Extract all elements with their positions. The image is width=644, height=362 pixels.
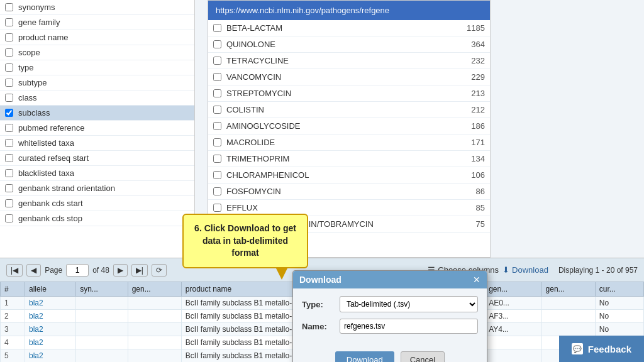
download-dialog: Download ✕ Type: Tab-delimited (.tsv) CS… [292,270,487,362]
name-label: Name: [302,322,340,331]
type-row: Type: Tab-delimited (.tsv) CSV (.csv) [302,296,478,312]
type-select[interactable]: Tab-delimited (.tsv) CSV (.csv) [340,296,478,312]
dialog-body: Type: Tab-delimited (.tsv) CSV (.csv) Na… [293,288,487,348]
dialog-cancel-button[interactable]: Cancel [401,351,445,362]
dialog-overlay: Download ✕ Type: Tab-delimited (.tsv) CS… [0,0,644,362]
dialog-title: Download [299,275,341,285]
dialog-download-button[interactable]: Download [335,351,394,362]
name-row: Name: [302,319,478,334]
dialog-footer: Download Cancel [293,348,487,362]
filename-input[interactable] [340,319,478,334]
dialog-close-button[interactable]: ✕ [473,275,480,285]
dialog-title-bar: Download ✕ [293,271,487,288]
type-label: Type: [302,300,340,309]
